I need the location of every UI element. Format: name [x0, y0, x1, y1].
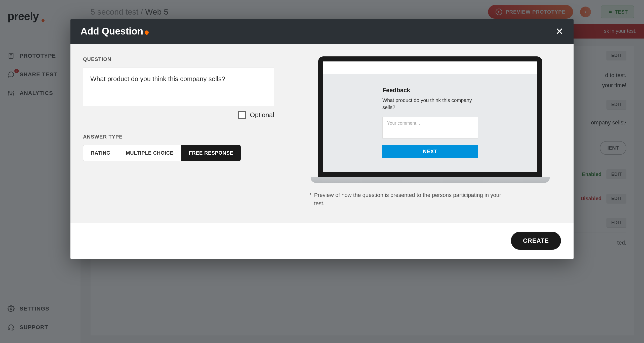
add-question-modal: Add Question ✕ QUESTION Optional ANSWER … — [70, 19, 574, 259]
caption-text: Preview of how the question is presented… — [314, 191, 506, 208]
laptop-preview: Feedback What product do you think this … — [318, 56, 542, 183]
optional-checkbox[interactable] — [238, 111, 246, 119]
laptop-base — [311, 177, 550, 183]
comment-input-preview: Your comment... — [382, 117, 478, 139]
answer-type-label: ANSWER TYPE — [83, 134, 274, 140]
create-button[interactable]: CREATE — [511, 232, 561, 250]
feedback-question: What product do you think this company s… — [382, 97, 478, 111]
modal-header: Add Question ✕ — [70, 19, 574, 44]
laptop-screen: Feedback What product do you think this … — [318, 56, 542, 177]
laptop-inner: Feedback What product do you think this … — [323, 61, 537, 172]
question-input[interactable] — [83, 67, 274, 106]
modal-overlay[interactable]: Add Question ✕ QUESTION Optional ANSWER … — [0, 0, 644, 343]
preview-next-button: NEXT — [382, 145, 478, 158]
preview-caption: * Preview of how the question is present… — [309, 191, 506, 208]
modal-title-text: Add Question — [80, 26, 143, 37]
laptop-topbar — [323, 61, 537, 74]
answer-type-group: RATING MULTIPLE CHOICE FREE RESPONSE — [83, 145, 241, 161]
feedback-title: Feedback — [382, 87, 478, 94]
answer-type-multiple-choice[interactable]: MULTIPLE CHOICE — [118, 145, 181, 161]
brand-dot-icon — [144, 30, 150, 36]
optional-label: Optional — [250, 111, 274, 119]
caption-star: * — [309, 191, 312, 208]
close-icon: ✕ — [555, 26, 564, 37]
modal-footer: CREATE — [70, 223, 574, 259]
form-column: QUESTION Optional ANSWER TYPE RATING MUL… — [83, 56, 274, 208]
preview-column: Feedback What product do you think this … — [299, 56, 561, 208]
question-label: QUESTION — [83, 56, 274, 62]
answer-type-free-response[interactable]: FREE RESPONSE — [181, 145, 241, 161]
answer-type-rating[interactable]: RATING — [83, 145, 118, 161]
modal-body: QUESTION Optional ANSWER TYPE RATING MUL… — [70, 44, 574, 223]
close-button[interactable]: ✕ — [555, 27, 564, 36]
laptop-content: Feedback What product do you think this … — [323, 74, 537, 172]
modal-title: Add Question — [80, 26, 149, 37]
optional-row: Optional — [83, 111, 274, 119]
